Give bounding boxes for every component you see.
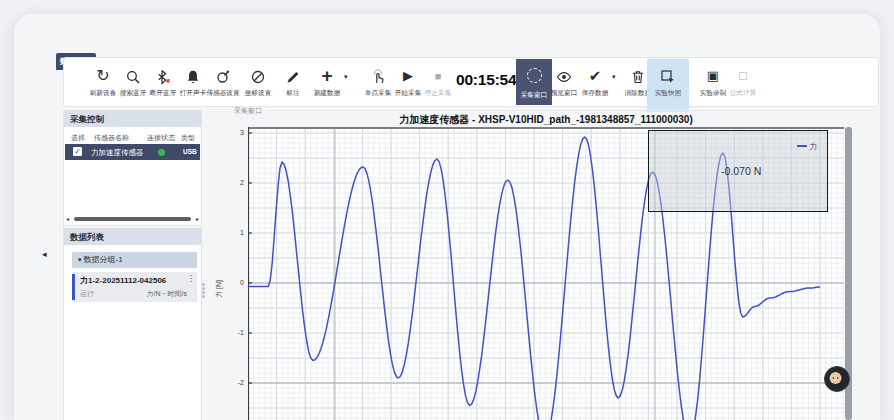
data-group-row[interactable]: ▾ 数据分组-1 bbox=[72, 252, 197, 268]
y-tick-label: 2 bbox=[220, 179, 244, 186]
chevron-down-icon[interactable]: ▾ bbox=[344, 73, 348, 81]
check-icon: ✔ bbox=[574, 66, 616, 86]
item-accent-bar bbox=[72, 274, 75, 300]
collect-control-panel: 采集控制 选择 传感器名称 连接状态 类型 ✓ 力加速度传感器 USB ◂ ▸ bbox=[63, 110, 202, 226]
annotation-value: -0.070 N bbox=[721, 165, 761, 177]
assistant-avatar-button[interactable] bbox=[824, 366, 850, 392]
app-window: 数据采集 数据分析 数据报告 ↻ 刷新设备 搜索蓝牙 断开蓝牙 bbox=[14, 14, 880, 420]
horizontal-scrollbar[interactable]: ◂ ▸ bbox=[65, 215, 200, 223]
pane-divider bbox=[269, 110, 874, 111]
plus-icon: + bbox=[306, 66, 348, 86]
item-title: 力1-2-20251112-042506 bbox=[80, 275, 166, 286]
dashed-circle-icon bbox=[527, 68, 542, 83]
stop-icon: ■ bbox=[417, 66, 459, 86]
formula-icon: □ bbox=[722, 66, 764, 86]
chart-legend: 力 bbox=[797, 142, 818, 152]
scrollbar-thumb[interactable] bbox=[74, 217, 191, 221]
col-sensor-name: 传感器名称 bbox=[94, 133, 129, 143]
new-data-button[interactable]: + 新建数据 ▾ bbox=[306, 66, 348, 100]
item-menu-icon[interactable]: ⋮ bbox=[187, 274, 195, 283]
status-dot bbox=[158, 149, 165, 156]
y-tick-label: 3 bbox=[220, 129, 244, 136]
panel-title: 数据列表 bbox=[64, 229, 201, 245]
y-tick-label: -2 bbox=[220, 379, 244, 386]
scroll-right-icon[interactable]: ▸ bbox=[196, 215, 199, 223]
col-select: 选择 bbox=[71, 133, 85, 143]
table-row[interactable]: ✓ 力加速度传感器 USB bbox=[65, 144, 200, 160]
row-checkbox[interactable]: ✓ bbox=[73, 147, 82, 156]
col-type: 类型 bbox=[181, 133, 195, 143]
chart-title: 力加速度传感器 - XHSP-V10HID_path_-1981348857_1… bbox=[248, 113, 844, 127]
experiment-snapshot-button[interactable]: 实验快照 bbox=[647, 59, 689, 112]
item-axes: 力/N－时间/s bbox=[147, 289, 187, 299]
data-list-item[interactable]: 力1-2-20251112-042506 运行 力/N－时间/s ⋮ bbox=[72, 272, 197, 302]
panel-title: 采集控制 bbox=[64, 111, 201, 127]
stop-collect-button[interactable]: ■ 停止采集 bbox=[417, 66, 459, 100]
formula-calc-button[interactable]: □ 公式计算 bbox=[722, 66, 764, 100]
chart-plot-area[interactable]: -0.070 N 力 bbox=[248, 127, 844, 420]
collect-timer: 00:15:54 bbox=[456, 71, 516, 89]
screen: 数据采集 数据分析 数据报告 ↻ 刷新设备 搜索蓝牙 断开蓝牙 bbox=[0, 0, 894, 420]
scroll-left-icon[interactable]: ◂ bbox=[66, 215, 69, 223]
chevron-down-icon[interactable]: ▾ bbox=[612, 73, 616, 81]
sensor-type: USB bbox=[183, 148, 197, 155]
face-icon bbox=[825, 367, 846, 388]
y-tick-label: -1 bbox=[220, 329, 244, 336]
data-list-panel: 数据列表 ▾ 数据分组-1 力1-2-20251112-042506 运行 力/… bbox=[63, 228, 202, 420]
y-tick-label: 0 bbox=[220, 279, 244, 286]
snapshot-icon bbox=[647, 66, 689, 86]
toolbar: ↻ 刷新设备 搜索蓝牙 断开蓝牙 打开声卡 bbox=[63, 57, 879, 107]
sensor-name: 力加速度传感器 bbox=[91, 148, 144, 158]
sidebar-collapse-handle[interactable]: ◂ bbox=[42, 249, 47, 259]
splitter-grip[interactable] bbox=[202, 282, 206, 299]
col-conn-status: 连接状态 bbox=[147, 133, 175, 143]
item-status: 运行 bbox=[80, 289, 94, 299]
save-data-button[interactable]: ✔ 保存数据 ▾ bbox=[574, 66, 616, 100]
y-tick-label: 1 bbox=[220, 229, 244, 236]
legend-line-swatch bbox=[797, 145, 807, 147]
annotation-box[interactable]: -0.070 N 力 bbox=[648, 130, 828, 212]
